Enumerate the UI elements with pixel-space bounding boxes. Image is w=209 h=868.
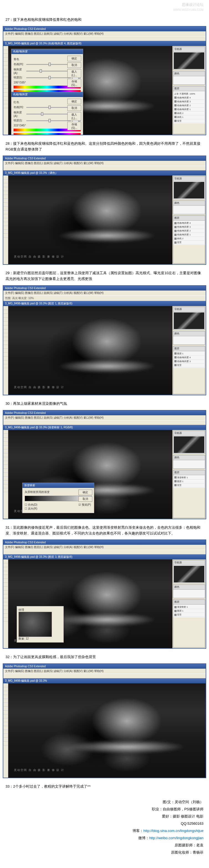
panels: 导航器 颜色 图层 正常 不透明度: 100% 色相/饱和度 4 色相/饱和度 … (172, 46, 206, 135)
step-num: 30： (5, 401, 13, 406)
ok-button[interactable]: 确定 (67, 56, 81, 61)
color-tab[interactable]: 颜色 (173, 331, 205, 336)
dialog-title: 色相/饱和度 (11, 92, 83, 97)
opacity[interactable]: 不透明度: 100% (179, 93, 195, 95)
canvas: 灵动空间 自 由 摄 影 兼 修 设 计 (8, 683, 206, 778)
layer-row[interactable]: 背景 (174, 119, 204, 123)
credit-weibo-link[interactable]: http://weibo.com/lingdongkongjian (149, 836, 204, 840)
layer-row[interactable]: 背景 (174, 364, 204, 367)
layer-row[interactable]: 色相/饱和度 2 (174, 229, 204, 233)
step-28-text: 28：接下来色相饱和度继续降低洋红和蓝色的饱和。这里分别降低四种颜色的饱和，因为… (0, 137, 209, 156)
layer-row[interactable]: 色相/饱和度 1 (174, 107, 204, 112)
color-tab[interactable]: 颜色 (173, 71, 205, 76)
preview-check[interactable]: ☑ 预览(P) (79, 503, 91, 506)
dodge-options: 范围: 高光 曝光度: 10% (3, 296, 206, 301)
layer-row[interactable]: 曲线 2 (174, 237, 204, 241)
step-num: 28： (5, 142, 13, 146)
load-button[interactable]: 载入(L)... (67, 112, 81, 121)
panels: 导航器 颜色 图层 渐变映射 1 图层 1 背景 (172, 559, 206, 648)
step-body: 新建空白图层然后盖印图层，这里整体上我使用了减淡工具（属性设置如图）高光模式、曝… (5, 271, 201, 281)
texture-preview (19, 612, 52, 637)
step-body: 为了让画面更具皮膜颗粒感，最后我加了些杂色背景 (13, 655, 96, 659)
layers-tab[interactable]: 图层 (173, 600, 205, 604)
nav-tab[interactable]: 导航器 (173, 307, 205, 312)
layer-row[interactable]: 曲线 1 (174, 115, 204, 119)
hue-strip2[interactable] (13, 133, 81, 135)
cancel-button[interactable]: 取消 (79, 496, 92, 502)
ok-button[interactable]: 确定 (67, 99, 81, 104)
save-button[interactable]: 存储(S)... (67, 122, 81, 130)
ps-title: Adobe Photoshop CS3 Extended (3, 286, 206, 290)
screenshot-28: Adobe Photoshop CS3 Extended 文件(F) 编辑(E)… (3, 156, 206, 265)
layer-row[interactable]: 色相/饱和度 4 (174, 221, 204, 225)
layers-tab[interactable]: 图层 (173, 86, 205, 91)
nav-tab[interactable]: 导航器 (173, 176, 205, 181)
canvas: 灵动空间 自 由 摄 影 兼 修 设 计 色相/饱和度 青色 色相(H):0 饱… (8, 46, 172, 135)
layer-row[interactable]: 色相/饱和度 4 (174, 356, 204, 360)
layer-row[interactable]: 图层 1 (174, 609, 204, 613)
step-num: 32： (5, 655, 13, 659)
img-watermark: 灵动空间 自 由 摄 影 兼 修 设 计 (14, 768, 64, 772)
doc-title: 3_MG_8498-编辑后.psd @ 33.3% (渐变映射 1, RGB/8… (3, 425, 206, 430)
layer-row[interactable]: 色相/饱和度 1 (174, 233, 204, 237)
layer-row[interactable]: 色相/饱和度 2 (174, 104, 204, 107)
site-url: WWW.MISSYUAN.COM (0, 8, 209, 13)
screenshot-30: Adobe Photoshop CS3 Extended 文件(F) 编辑(E)… (3, 410, 206, 519)
layer-row[interactable]: 图层 1 (174, 479, 204, 484)
lig-label: 明度(I): (13, 119, 25, 123)
credit-blog-link[interactable]: http://blog.sina.com.cn/lingdongshijue (143, 829, 204, 833)
nav-tab[interactable]: 导航器 (173, 560, 205, 565)
blend-mode[interactable]: 正常 (174, 93, 179, 95)
ps-title: Adobe Photoshop CS3 Extended (3, 27, 206, 31)
color-tab[interactable]: 颜色 (173, 585, 205, 590)
cancel-button[interactable]: 取消 (67, 105, 81, 111)
layers-tab[interactable]: 图层 (173, 216, 205, 221)
canvas: 灵动空间 自 由 摄 影 兼 修 设 计 (8, 306, 172, 395)
layer-row[interactable]: 渐变映射 1 (174, 476, 204, 479)
sat-label: 饱和度(A): (13, 68, 25, 74)
color-tab[interactable]: 颜色 (173, 455, 205, 460)
color-tab[interactable]: 颜色 (173, 201, 205, 206)
layer-row[interactable]: 色相/饱和度 3 (174, 100, 204, 104)
doc-title: 3_MG_8498-编辑后.psd @ 33.3% (图层 1, 图层蒙版/8) (3, 301, 206, 306)
nav-tab[interactable]: 导航器 (173, 431, 205, 436)
layer-row[interactable]: 背景 (174, 613, 204, 617)
panels: 导航器 颜色 图层 渐变映射 1 图层 1 背景 (172, 430, 206, 519)
ps-options (3, 550, 206, 554)
doc-title: 3_MG_8498-编辑后.psd @ 33.3% (3, 678, 206, 683)
toolbox (3, 683, 8, 778)
hue-label: 色相(H): (13, 105, 25, 109)
layer-row[interactable]: 色相/饱和度 3 (174, 360, 204, 364)
img-watermark: 灵动空间 自 由 摄 影 兼 修 设 计 (14, 255, 64, 259)
layer-row[interactable]: 背景 (174, 241, 204, 245)
panels: 导航器 颜色 图层 图层 1 色相/饱和度 4 色相/饱和度 3 背景 (172, 306, 206, 395)
save-button[interactable]: 存储(S)... (67, 79, 81, 87)
gradient-map-dialog: 渐变映射 灰度映射所用的渐变 ☐ 仿色(D) ☐ 反向(R) 确定 取消 ☑ 预… (22, 483, 94, 513)
canvas: 灵动空间 自 由 摄 影 兼 修 设 计 纹理 数量: 12 (8, 559, 172, 648)
layer-row[interactable]: 色相/饱和度 3 (174, 225, 204, 229)
dialog-title: 渐变映射 (23, 483, 94, 488)
load-button[interactable]: 载入(L)... (67, 69, 81, 78)
layer-row[interactable]: 曲线 2 (174, 112, 204, 115)
cancel-button[interactable]: 取消 (67, 62, 81, 68)
credit-job: 职业：自由修图师，PS修图讲师 (5, 806, 204, 813)
layer-row[interactable]: 图层 1 (174, 352, 204, 356)
reverse-check[interactable]: ☐ 反向(R) (25, 507, 37, 510)
layers-tab[interactable]: 图层 (173, 470, 205, 475)
nav-tab[interactable]: 导航器 (173, 47, 205, 52)
step-num: 31： (5, 525, 13, 529)
hue-label: 色相(H): (13, 62, 25, 66)
toolbox (3, 430, 8, 519)
ps-title: Adobe Photoshop CS3 Extended (3, 540, 206, 545)
layer-row[interactable]: 色相/饱和度 4 (174, 96, 204, 100)
step-num: 27： (5, 18, 13, 22)
ps-title: Adobe Photoshop CS3 Extended (3, 156, 206, 161)
channel-label: 红色 (13, 100, 25, 104)
layers-tab[interactable]: 图层 (173, 346, 205, 351)
layer-row[interactable]: 背景 (174, 484, 204, 487)
layer-row[interactable]: 渐变映射 1 (174, 605, 204, 609)
noise-amount[interactable]: 数量: 12 (19, 637, 62, 641)
dither-check[interactable]: ☐ 仿色(D) (25, 503, 37, 506)
credit-photog: 原图摄影师：老袁 (5, 842, 204, 849)
ok-button[interactable]: 确定 (79, 490, 92, 495)
